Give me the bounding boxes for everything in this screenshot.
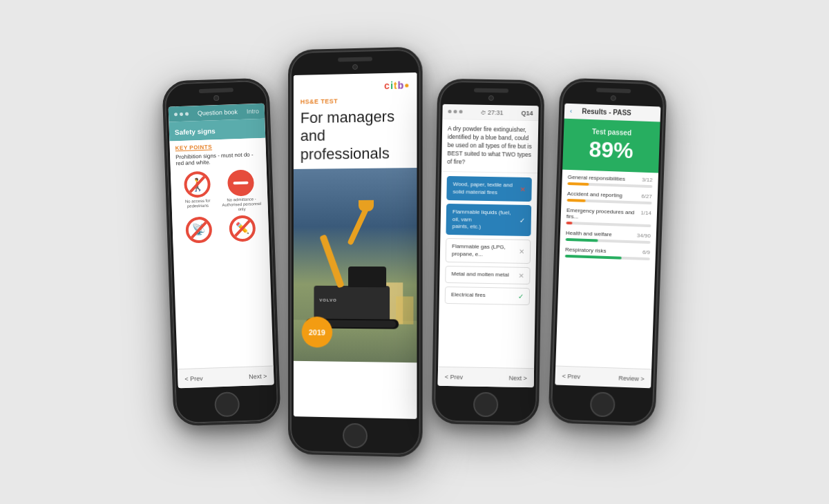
phone-4-result-3-fill — [566, 222, 572, 224]
phone-3-answer-2[interactable]: Flammable liquids (fuel, oil, varnpaints… — [446, 204, 531, 236]
phone-4-result-2: Accident and reporting 6/27 — [567, 191, 652, 204]
phone-3-answer-4[interactable]: Metal and molten metal ✕ — [445, 266, 530, 284]
phone-1-camera — [213, 95, 219, 101]
phone-4-result-3-score: 1/14 — [640, 210, 651, 217]
phone-3-answer-2-text: Flammable liquids (fuel, oil, varnpaints… — [452, 209, 517, 231]
phone-3-question: A dry powder fire extinguisher, identifi… — [441, 119, 538, 174]
phone-4-prev-button[interactable]: < Prev — [562, 372, 581, 380]
citb-logo: c i t b — [384, 79, 408, 91]
phone-1-sign-1: 🚶 No access forpedestrians — [176, 171, 219, 215]
excavator-brand: VOLVO — [319, 298, 336, 302]
phone-4-result-4-bar — [566, 238, 651, 244]
phone-4-result-1-fill — [567, 182, 589, 186]
phone-1-prev-button[interactable]: < Prev — [184, 375, 203, 382]
phone-1-intro: Intro — [247, 108, 259, 115]
phone-4-result-4: Health and welfare 34/90 — [566, 230, 651, 244]
phone-4-result-5: Respiratory risks 6/9 — [565, 246, 650, 260]
no-entry-bar — [234, 182, 249, 185]
excavator-bucket — [359, 200, 374, 211]
phone-4-result-2-fill — [567, 199, 586, 202]
phone-1-sign-circle-2 — [227, 169, 254, 196]
phone-3-answer-2-icon: ✓ — [520, 217, 525, 224]
phone-4-result-1-name: General responsibilities — [568, 174, 625, 182]
phone-1-sign-4: ✏️ — [222, 214, 264, 243]
phone-2-title: For managers and professionals — [294, 104, 417, 169]
phone-2-content: c i t b HS&E TEST For managers and profe… — [294, 72, 417, 419]
phone-3-timer: ⏱ 27:31 — [480, 108, 503, 116]
phone-1-navbar: < Prev Next > — [178, 365, 274, 388]
citb-c: c — [384, 80, 390, 91]
phone-1-sign-3: 📡 — [178, 216, 220, 245]
phone-1-home-button[interactable] — [214, 391, 240, 417]
phone-3-question-num: Q14 — [521, 109, 533, 116]
phone-3-dots — [448, 110, 462, 113]
phone-3-navbar: < Prev Next > — [438, 367, 534, 387]
citb-b: b — [398, 79, 404, 90]
citb-i: i — [390, 80, 393, 91]
phone-2-home-button[interactable] — [343, 423, 368, 449]
phones-container: Question book Intro Safety signs KEY POI… — [154, 35, 675, 469]
phone-3-home-button[interactable] — [473, 392, 498, 418]
phone-4-result-4-name: Health and welfare — [566, 230, 612, 238]
phone-1-keypoints: KEY POINTS — [175, 142, 260, 151]
phone-4-result-5-score: 6/9 — [642, 249, 650, 255]
phone-4-result-4-fill — [566, 238, 598, 242]
phone-3-answers: Wood, paper, textile and solid material … — [439, 172, 537, 309]
phone-1-screen: Question book Intro Safety signs KEY POI… — [169, 104, 274, 389]
phone-4-result-2-score: 6/27 — [641, 193, 652, 200]
phone-1-next-button[interactable]: Next > — [249, 372, 267, 380]
phone-3-answer-4-text: Metal and molten metal — [451, 271, 515, 280]
phone-4-result-3-bar — [566, 222, 651, 227]
phone-4-camera — [610, 95, 616, 101]
phone-3-prev-button[interactable]: < Prev — [445, 373, 463, 380]
phone-4-back-button[interactable]: ‹ — [570, 107, 572, 114]
phone-4-result-1-score: 3/12 — [642, 177, 653, 184]
phone-3-answer-1[interactable]: Wood, paper, textile and solid material … — [446, 176, 532, 202]
phone-4-result-3: Emergency procedures and firs... 1/14 — [566, 207, 651, 227]
phone-1-title: Question book — [198, 108, 238, 117]
phone-3-answer-3[interactable]: Flammable gas (LPG, propane, e... ✕ — [446, 238, 531, 264]
phone-1: Question book Intro Safety signs KEY POI… — [162, 77, 280, 426]
phone-2-screen: c i t b HS&E TEST For managers and profe… — [294, 72, 417, 419]
phone-4-result-5-name: Respiratory risks — [565, 246, 607, 254]
phone-1-description: Prohibition signs - must not do - red an… — [175, 151, 261, 166]
phone-4: ‹ Results - PASS Test passed 89% General… — [548, 77, 667, 426]
phone-2-image: VOLVO 2019 — [294, 168, 417, 362]
phone-1-sign-label-2: No admittance -Authorised personnelonly — [222, 197, 261, 213]
phone-4-result-2-bar — [567, 199, 652, 204]
phone-3-answer-1-text: Wood, paper, textile and solid material … — [452, 182, 517, 197]
phone-1-sign-circle-3: 📡 — [185, 216, 212, 243]
phone-4-home-button[interactable] — [589, 391, 615, 417]
phone-1-sign-circle-4: ✏️ — [229, 215, 256, 242]
excavator-arm-2 — [347, 206, 370, 246]
phone-1-sign-circle-1: 🚶 — [184, 171, 211, 198]
phone-2: c i t b HS&E TEST For managers and profe… — [288, 46, 423, 457]
phone-4-result-5-fill — [565, 255, 622, 260]
phone-1-sign-label-1: No access forpedestrians — [185, 199, 211, 210]
phone-4-navbar: < Prev Review > — [555, 365, 651, 388]
phone-1-content: KEY POINTS Prohibition signs - must not … — [169, 138, 269, 253]
phone-3-answer-5[interactable]: Electrical fires ✓ — [445, 287, 530, 305]
phone-1-dots — [174, 112, 189, 116]
building-bg-2 — [396, 297, 413, 324]
phone-1-signs-grid: 🚶 No access forpedestrians No admittance… — [176, 169, 264, 245]
phone-3-screen: ⏱ 27:31 Q14 A dry powder fire extinguish… — [438, 104, 539, 387]
citb-t: t — [394, 80, 397, 91]
phone-4-percent: 89% — [571, 136, 651, 164]
phone-3-answer-5-icon: ✓ — [518, 293, 524, 300]
phone-2-year-badge: 2019 — [302, 317, 332, 348]
phone-3-answer-4-icon: ✕ — [518, 272, 524, 280]
phone-4-result-5-bar — [565, 255, 650, 260]
phone-3: ⏱ 27:31 Q14 A dry powder fire extinguish… — [432, 79, 545, 426]
phone-3-speaker — [474, 88, 508, 93]
phone-4-screen: ‹ Results - PASS Test passed 89% General… — [555, 104, 660, 389]
phone-2-camera — [352, 64, 358, 70]
phone-4-title: Results - PASS — [582, 108, 631, 117]
phone-4-review-button[interactable]: Review > — [618, 374, 645, 382]
phone-3-answer-3-icon: ✕ — [519, 248, 524, 255]
excavator-cab — [348, 266, 386, 287]
phone-2-year: 2019 — [309, 328, 325, 336]
phone-4-pass-banner: Test passed 89% — [562, 119, 660, 173]
phone-4-result-3-name: Emergency procedures and firs... — [566, 207, 641, 222]
phone-3-next-button[interactable]: Next > — [508, 374, 526, 381]
